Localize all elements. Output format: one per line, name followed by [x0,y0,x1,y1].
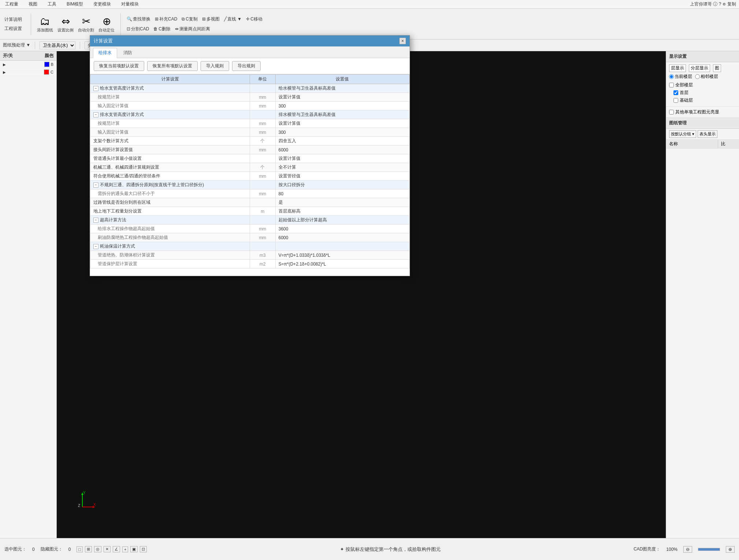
modal-close-button[interactable]: × [399,38,406,44]
toolbar-btn-proj-settings[interactable]: 工程设置 [3,25,23,33]
table-row[interactable]: 管道绝热、防潮体积计算设置m3V=π*(D+1.033δ)*1.033δ*L [90,251,410,260]
table-row[interactable]: 过路管线是否划分到所在区域是 [90,198,410,207]
collapse-btn[interactable]: − [93,183,98,188]
drawing-preprocess-label[interactable]: 图纸预处理 ▼ [3,42,30,48]
row-value[interactable] [275,242,409,251]
row-value[interactable]: 按大口径拆分 [275,181,409,189]
table-row[interactable]: 输入固定计算值mm300 [90,128,410,137]
other-project-toggle[interactable]: 其他单项工程图元亮显 [669,109,736,115]
status-icon-7[interactable]: ▣ [130,546,138,552]
toolbar-btn-split-cad[interactable]: ⊡ 分割CAD [125,25,150,33]
row-value[interactable]: 给水横管与卫生器具标高差值 [275,84,409,93]
export-rules-btn[interactable]: 导出规则 [232,61,261,71]
toolbar-btn-add-drawing[interactable]: 🗂 添加图纸 [36,14,55,34]
row-value[interactable]: 设置计算值 [275,93,409,102]
status-icon-2[interactable]: ⊞ [85,546,92,552]
view-btn[interactable]: 图 [713,64,721,72]
toolbar-btn-measure[interactable]: ⇹ 测量两点间距离 [173,25,212,33]
collapse-btn[interactable]: − [93,86,98,91]
menu-item-gongju[interactable]: 工具 [45,0,59,8]
restore-all-btn[interactable]: 恢复所有项默认设置 [147,61,198,71]
row-value[interactable]: 排水横管与卫生器具标高差值 [275,110,409,119]
component-filter-select[interactable]: 卫生器具(水) [40,41,75,49]
toolbar-btn-delete[interactable]: 🗑 C删除 [152,25,172,33]
toolbar-btn-calc-note[interactable]: 计算说明 [3,16,23,23]
toolbar-btn-multi-view[interactable]: ⊞ 多视图 [201,15,221,23]
row-value[interactable]: 起始值以上部分计算超高 [275,216,409,225]
import-rules-btn[interactable]: 导入规则 [201,61,229,71]
base-floor-row[interactable]: 基础层 [673,97,736,104]
row-value[interactable]: 四舍五入 [275,137,409,146]
row-value[interactable]: 300 [275,128,409,137]
status-icon-5[interactable]: ∠ [113,546,120,552]
zoom-in-btn[interactable]: ⊕ [726,546,735,553]
collapse-btn[interactable]: − [93,218,98,223]
menu-item-bim[interactable]: BIM模型 [64,0,85,8]
toolbar-btn-find-replace[interactable]: 🔍 查找替换 [125,15,152,23]
zoom-out-btn[interactable]: ⊖ [683,546,692,553]
toolbar-btn-line[interactable]: ╱ 直线 ▼ [223,15,243,23]
table-row[interactable]: −不规则三通、四通拆分原则(按直线干管上管口径拆分)按大口径拆分 [90,181,410,189]
toolbar-btn-move[interactable]: ✛ C移动 [245,15,264,23]
drawing-group-btn[interactable]: 按默认分组 ▾ [669,130,696,138]
menu-item-biangeng[interactable]: 变更模块 [91,0,113,8]
toolbar-btn-auto-locate[interactable]: ⊕ 自动定位 [97,14,116,34]
toolbar-btn-set-scale[interactable]: ⇔ 设置比例 [56,14,75,34]
table-row[interactable]: 管道保护层计算设置m2S=π*(D+2.1δ+0.0082)*L [90,260,410,268]
row-value[interactable]: 6000 [275,233,409,242]
drawing-header-btn[interactable]: 表头显示 [698,130,717,138]
table-row[interactable]: −给水支管高度计算方式给水横管与卫生器具标高差值 [90,84,410,93]
restore-current-btn[interactable]: 恢复当前项默认设置 [94,61,144,71]
table-row[interactable]: 机械三通、机械四通计算规则设置个全不计算 [90,163,410,172]
row-value[interactable]: 首层底标高 [275,207,409,216]
table-row[interactable]: 支架个数计算方式个四舍五入 [90,137,410,146]
menu-item-duilian[interactable]: 对量模块 [119,0,141,8]
row-value[interactable]: S=π*(D+2.1δ+0.0082)*L [275,260,409,268]
table-row[interactable]: 给排水工程操作物超高起始值mm3600 [90,225,410,233]
left-panel-row-1[interactable]: ▶ B [0,61,56,68]
left-panel-row-2[interactable]: ▶ C [0,68,56,76]
floor-display-btn[interactable]: 分层显示 [689,64,710,72]
row-value[interactable]: 设置计算值 [275,119,409,128]
table-row[interactable]: 管道通头计算最小值设置设置计算值 [90,154,410,163]
menu-item-shitu[interactable]: 视图 [26,0,40,8]
row-value[interactable]: 3600 [275,225,409,233]
tab-fire[interactable]: 消防 [118,48,138,58]
toolbar-btn-supplement-cad[interactable]: ⊞ 补充CAD [153,15,179,23]
radio-adjacent-floor[interactable]: 相邻楼层 [695,74,718,80]
toolbar-btn-auto-split[interactable]: ✂ 自动分割 [76,14,96,34]
table-row[interactable]: 按规范计算mm设置计算值 [90,119,410,128]
table-row[interactable]: −排水支管高度计算方式排水横管与卫生器具标高差值 [90,110,410,119]
first-floor-row[interactable]: 首层 [673,89,736,97]
table-row[interactable]: 需拆分的通头最大口径不小于mm80 [90,189,410,198]
table-row[interactable]: 符合使用机械三通/四通的管径条件mm设置管径值 [90,172,410,181]
status-icon-8[interactable]: ⊡ [140,546,147,552]
table-row[interactable]: −耗油保温计算方式 [90,242,410,251]
row-value[interactable]: V=π*(D+1.033δ)*1.033δ*L [275,251,409,260]
toolbar-btn-copy[interactable]: ⧉ C复制 [180,15,199,23]
row-value[interactable]: 设置计算值 [275,154,409,163]
tab-water[interactable]: 给排水 [93,48,117,58]
table-row[interactable]: 输入固定计算值mm300 [90,102,410,110]
status-icon-4[interactable]: ✕ [104,546,111,552]
all-floors-row[interactable]: 全部楼层 [669,81,736,89]
table-row[interactable]: −超高计算方法起始值以上部分计算超高 [90,216,410,225]
table-row[interactable]: 地上地下工程量划分设置m首层底标高 [90,207,410,216]
row-value[interactable]: 设置管径值 [275,172,409,181]
row-value[interactable]: 80 [275,189,409,198]
layer-display-btn[interactable]: 层显示 [669,64,686,72]
row-value[interactable]: 300 [275,102,409,110]
left-panel-close-btn[interactable]: ✕ [50,52,56,58]
row-value[interactable]: 6000 [275,146,409,154]
table-row[interactable]: 接头间距计算设置值mm6000 [90,146,410,154]
row-value[interactable]: 是 [275,198,409,207]
status-icon-3[interactable]: ◎ [94,546,101,552]
menu-item-gongchengliang[interactable]: 工程量 [3,0,20,8]
status-icon-1[interactable]: □ [76,546,83,552]
status-icon-6[interactable]: + [122,546,128,552]
collapse-btn[interactable]: − [93,112,98,117]
table-row[interactable]: 刷油防腐绝热工程操作物超高起始值mm6000 [90,233,410,242]
radio-current-floor[interactable]: 当前楼层 [669,74,692,80]
table-row[interactable]: 按规范计算mm设置计算值 [90,93,410,102]
collapse-btn[interactable]: − [93,244,98,249]
